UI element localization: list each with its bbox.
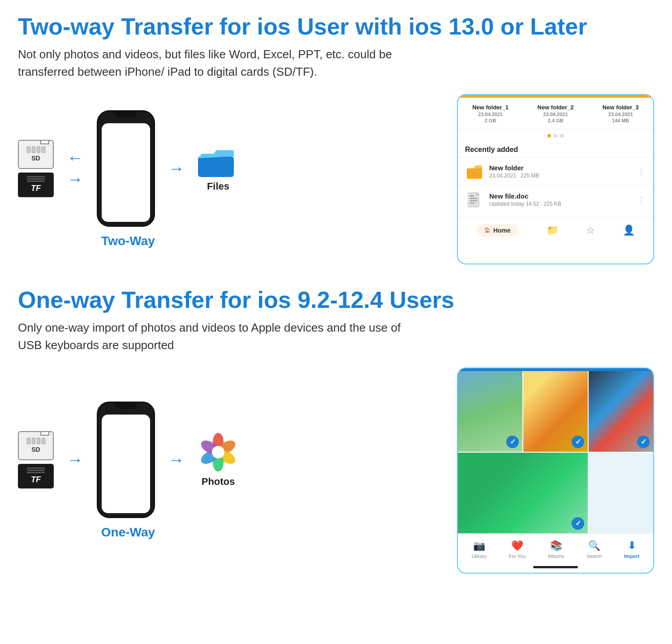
doc-file-more-icon[interactable]: ⋮ bbox=[637, 195, 646, 205]
folder-file-info: New folder 23.04.2021 · 225 MB bbox=[489, 164, 632, 179]
folder-tab-3[interactable]: New folder_3 23.04.2021 144 MB bbox=[588, 98, 653, 129]
tf-lines bbox=[27, 176, 45, 182]
folder1-date: 23.04.2021 bbox=[461, 112, 520, 117]
dot-3 bbox=[560, 134, 564, 138]
sd-label-2: SD bbox=[31, 446, 40, 453]
file-row-doc[interactable]: .doc New file.doc Updated today 14:52 · … bbox=[458, 186, 653, 214]
doc-file-info: New file.doc Updated today 14:52 · 225 K… bbox=[489, 192, 632, 207]
sd-card: SD bbox=[18, 140, 54, 169]
section1-description: Not only photos and videos, but files li… bbox=[18, 46, 421, 81]
pnav-library[interactable]: 📷 Library bbox=[472, 540, 487, 559]
tf-line bbox=[27, 470, 45, 471]
pnav-albums[interactable]: 📚 Albums bbox=[548, 540, 564, 559]
section2-title: One-way Transfer for ios 9.2-12.4 Users bbox=[18, 287, 654, 314]
svg-point-16 bbox=[212, 446, 224, 458]
phone-notch bbox=[115, 112, 137, 118]
dot-1 bbox=[547, 134, 551, 138]
files-bottom-nav: 🏠 Home 📁 ☆ 👤 bbox=[458, 217, 653, 242]
section-one-way: One-way Transfer for ios 9.2-12.4 Users … bbox=[18, 287, 654, 574]
photo-cell-landscape[interactable]: ✓ bbox=[458, 371, 522, 452]
foryou-icon: ❤️ bbox=[511, 540, 523, 552]
doc-file-icon: .doc bbox=[465, 190, 484, 209]
dot-2 bbox=[554, 134, 557, 138]
folder-file-name: New folder bbox=[489, 164, 632, 172]
nav-person[interactable]: 👤 bbox=[623, 225, 635, 236]
phone-device-2 bbox=[97, 402, 155, 518]
section1-diagram-row: SD TF ← → bbox=[18, 94, 654, 264]
tf-card-2: TF bbox=[18, 464, 54, 488]
photo-cell-empty bbox=[589, 453, 653, 533]
doc-file-meta: Updated today 14:52 · 225 KB bbox=[489, 201, 632, 207]
section2-description: Only one-way import of photos and videos… bbox=[18, 319, 421, 354]
photo-check-4: ✓ bbox=[572, 517, 584, 530]
doc-file-name: New file.doc bbox=[489, 192, 632, 200]
photos-bottom-nav: 📷 Library ❤️ For You 📚 Albums 🔍 Search ⬇ bbox=[458, 533, 653, 563]
two-way-arrows: ← → bbox=[67, 148, 83, 189]
file-row-folder[interactable]: New folder 23.04.2021 · 225 MB ⋮ bbox=[458, 157, 653, 186]
photo-cell-dog[interactable]: ✓ bbox=[523, 371, 588, 452]
tf-lines-2 bbox=[27, 467, 45, 473]
pnav-foryou[interactable]: ❤️ For You bbox=[509, 540, 526, 559]
files-label: Files bbox=[207, 181, 229, 192]
pnav-search[interactable]: 🔍 Search bbox=[586, 540, 602, 559]
arrow-right: → bbox=[67, 170, 83, 189]
tf-label-2: TF bbox=[31, 475, 41, 484]
search-label: Search bbox=[586, 553, 602, 559]
sd-pins bbox=[27, 147, 45, 153]
photos-app-icon-container: Photos bbox=[198, 432, 238, 488]
svg-rect-7 bbox=[470, 203, 474, 203]
folder-tab-2[interactable]: New folder_2 23.04.2021 2,4 GB bbox=[523, 98, 588, 129]
photos-icon bbox=[198, 432, 238, 472]
recently-added-title: Recently added bbox=[458, 142, 653, 157]
library-icon: 📷 bbox=[473, 540, 485, 552]
nav-home[interactable]: 🏠 Home bbox=[476, 224, 519, 237]
phone-device bbox=[97, 110, 155, 227]
svg-rect-5 bbox=[470, 198, 477, 199]
person-nav-icon: 👤 bbox=[623, 225, 635, 236]
home-icon: 🏠 bbox=[484, 227, 491, 233]
tf-line bbox=[27, 181, 45, 182]
pin bbox=[27, 438, 30, 444]
sd-tf-cards-2: SD TF bbox=[18, 431, 54, 488]
nav-star[interactable]: ☆ bbox=[586, 225, 595, 236]
photo-cell-horse[interactable]: ✓ bbox=[589, 371, 653, 452]
svg-rect-6 bbox=[470, 200, 477, 201]
arrow-left: ← bbox=[67, 148, 83, 167]
pin bbox=[27, 147, 30, 153]
two-way-left-diagram: SD TF ← → bbox=[18, 110, 238, 248]
folder3-date: 23.04.2021 bbox=[591, 112, 650, 117]
section1-title: Two-way Transfer for ios User with ios 1… bbox=[18, 13, 654, 40]
nav-folder[interactable]: 📁 bbox=[547, 225, 559, 236]
svg-rect-2 bbox=[467, 168, 482, 179]
phone-to-files-arrow: → bbox=[168, 159, 185, 178]
search-icon: 🔍 bbox=[588, 540, 600, 552]
pin bbox=[42, 438, 45, 444]
pnav-import[interactable]: ⬇ Import bbox=[624, 540, 639, 559]
sd-tf-cards: SD TF bbox=[18, 140, 54, 197]
foryou-label: For You bbox=[509, 553, 526, 559]
folder-nav-icon: 📁 bbox=[547, 225, 559, 236]
svg-rect-1 bbox=[198, 156, 234, 177]
sd-pins-2 bbox=[27, 438, 45, 444]
home-label: Home bbox=[493, 227, 511, 234]
photo-check-3: ✓ bbox=[637, 436, 650, 448]
folder-tab-1[interactable]: New folder_1 23.04.2021 2 GB bbox=[458, 98, 523, 129]
section-two-way: Two-way Transfer for ios User with ios 1… bbox=[18, 13, 654, 264]
photo-cell-meadow[interactable]: ✓ bbox=[458, 453, 588, 533]
photos-app-mockup: ✓ ✓ ✓ ✓ bbox=[457, 367, 654, 574]
home-indicator bbox=[533, 566, 578, 568]
sd-notch-2 bbox=[40, 431, 49, 436]
folder1-name: New folder_1 bbox=[461, 104, 520, 111]
sd-notch bbox=[40, 140, 49, 144]
phone-screen bbox=[102, 123, 150, 222]
files-app-mockup: New folder_1 23.04.2021 2 GB New folder_… bbox=[457, 94, 654, 264]
files-app-icon-container: Files bbox=[198, 145, 238, 192]
one-way-label: One-Way bbox=[101, 525, 155, 540]
folder-file-more-icon[interactable]: ⋮ bbox=[637, 167, 646, 177]
folder2-size: 2,4 GB bbox=[526, 118, 585, 123]
folder3-name: New folder_3 bbox=[591, 104, 650, 111]
albums-label: Albums bbox=[548, 553, 564, 559]
section2-diagram-row: SD TF → bbox=[18, 367, 654, 574]
pin bbox=[32, 147, 35, 153]
sd-label: SD bbox=[31, 155, 40, 162]
